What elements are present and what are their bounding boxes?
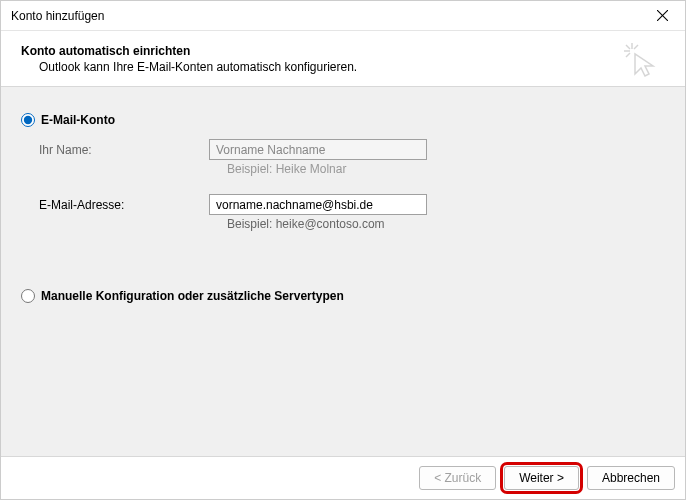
radio-email-input[interactable] — [21, 113, 35, 127]
svg-line-5 — [634, 45, 638, 49]
titlebar: Konto hinzufügen — [1, 1, 685, 31]
email-form-group: Ihr Name: Beispiel: Heike Molnar E-Mail-… — [39, 139, 665, 231]
close-button[interactable] — [647, 1, 677, 31]
header-banner: Konto automatisch einrichten Outlook kan… — [1, 31, 685, 87]
radio-manual-config[interactable]: Manuelle Konfiguration oder zusätzliche … — [21, 289, 665, 303]
header-text: Konto automatisch einrichten Outlook kan… — [21, 44, 357, 74]
email-field[interactable] — [209, 194, 427, 215]
cursor-sparkle-icon — [620, 39, 660, 79]
name-label: Ihr Name: — [39, 143, 209, 157]
cancel-button[interactable]: Abbrechen — [587, 466, 675, 490]
radio-manual-label: Manuelle Konfiguration oder zusätzliche … — [41, 289, 344, 303]
radio-email-account[interactable]: E-Mail-Konto — [21, 113, 665, 127]
content-area: E-Mail-Konto Ihr Name: Beispiel: Heike M… — [1, 87, 685, 457]
radio-email-label: E-Mail-Konto — [41, 113, 115, 127]
next-button[interactable]: Weiter > — [504, 466, 579, 490]
name-field — [209, 139, 427, 160]
radio-manual-input[interactable] — [21, 289, 35, 303]
window-title: Konto hinzufügen — [11, 9, 104, 23]
header-subtitle: Outlook kann Ihre E-Mail-Konten automati… — [39, 60, 357, 74]
back-button: < Zurück — [419, 466, 496, 490]
svg-line-6 — [626, 53, 630, 57]
name-row: Ihr Name: — [39, 139, 665, 160]
email-label: E-Mail-Adresse: — [39, 198, 209, 212]
name-hint: Beispiel: Heike Molnar — [227, 162, 665, 176]
footer: < Zurück Weiter > Abbrechen — [1, 457, 685, 499]
header-title: Konto automatisch einrichten — [21, 44, 357, 58]
email-hint: Beispiel: heike@contoso.com — [227, 217, 665, 231]
svg-line-4 — [626, 45, 630, 49]
close-icon — [657, 10, 668, 21]
email-row: E-Mail-Adresse: — [39, 194, 665, 215]
